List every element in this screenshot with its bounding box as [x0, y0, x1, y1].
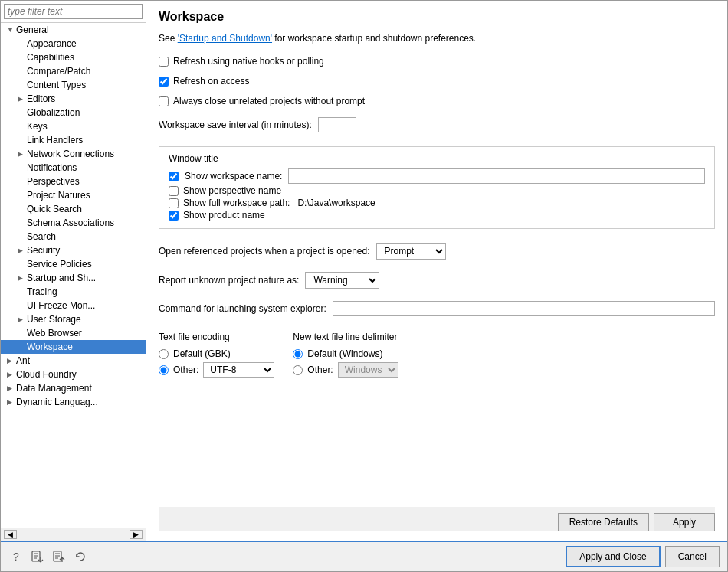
apply-close-button[interactable]: Apply and Close [566, 546, 660, 567]
import-icon[interactable] [51, 549, 67, 564]
save-interval-input[interactable]: 5 [318, 117, 356, 132]
refresh-native-label[interactable]: Refresh using native hooks or polling [173, 56, 324, 67]
sidebar-item-security[interactable]: ▶ Security [1, 244, 146, 257]
encoding-other-radio[interactable] [159, 365, 169, 375]
full-path-value: D:\Java\workspace [297, 198, 375, 208]
sidebar-scroll-right[interactable]: ▶ [130, 530, 143, 539]
footer-icons: ? [8, 549, 88, 564]
show-full-path-row: Show full workspace path: D:\Java\worksp… [169, 198, 705, 208]
restore-defaults-button[interactable]: Restore Defaults [558, 513, 649, 531]
show-product-name-checkbox[interactable] [169, 211, 179, 221]
sidebar-item-web-browser[interactable]: Web Browser [1, 326, 146, 340]
sidebar: ▼ General Appearance Capabilities Compar… [1, 1, 146, 541]
sidebar-item-schema-assoc[interactable]: Schema Associations [1, 216, 146, 230]
show-product-name-label[interactable]: Show product name [183, 210, 265, 221]
command-launch-row: Command for launching system explorer: e… [159, 301, 715, 316]
startup-shutdown-link[interactable]: 'Startup and Shutdown' [178, 33, 272, 44]
encoding-default-radio[interactable] [159, 349, 169, 359]
filter-input[interactable] [4, 4, 143, 19]
open-referenced-label: Open referenced projects when a project … [159, 246, 370, 257]
sidebar-item-perspectives[interactable]: Perspectives [1, 175, 146, 188]
show-workspace-name-row: Show workspace name: workspace [169, 168, 705, 184]
show-perspective-row: Show perspective name [169, 185, 705, 196]
sidebar-item-ui-freeze[interactable]: UI Freeze Mon... [1, 299, 146, 312]
sidebar-item-ant[interactable]: ▶ Ant [1, 354, 146, 368]
arrow-general: ▼ [7, 26, 15, 34]
newline-section-title: New text file line delimiter [293, 332, 398, 342]
sidebar-item-network[interactable]: ▶ Network Connections [1, 147, 146, 161]
sidebar-item-editors[interactable]: ▶ Editors [1, 92, 146, 106]
newline-default-label[interactable]: Default (Windows) [307, 348, 382, 359]
newline-other-row: Other: Windows Unix Mac [293, 362, 398, 378]
sidebar-item-keys[interactable]: Keys [1, 119, 146, 133]
window-title-section: Window title Show workspace name: worksp… [159, 146, 715, 229]
show-workspace-name-label[interactable]: Show workspace name: [185, 171, 282, 181]
refresh-access-checkbox[interactable] [159, 77, 169, 87]
newline-other-label[interactable]: Other: [307, 364, 333, 375]
encoding-newline-section: Text file encoding Default (GBK) Other: … [159, 332, 715, 378]
report-unknown-select[interactable]: Warning Error Ignore [305, 272, 379, 289]
sidebar-item-user-storage[interactable]: ▶ User Storage [1, 312, 146, 326]
refresh-access-row: Refresh on access [159, 76, 715, 87]
report-unknown-row: Report unknown project nature as: Warnin… [159, 272, 715, 289]
always-close-row: Always close unrelated projects without … [159, 96, 715, 106]
show-perspective-label[interactable]: Show perspective name [183, 185, 281, 196]
newline-other-radio[interactable] [293, 365, 303, 375]
open-referenced-select[interactable]: Prompt Never Always [376, 243, 446, 260]
filter-box [1, 1, 146, 23]
export-icon[interactable] [30, 549, 45, 564]
sidebar-item-workspace[interactable]: Workspace [1, 340, 146, 354]
encoding-other-label[interactable]: Other: [173, 364, 198, 375]
encoding-value-select[interactable]: UTF-8 UTF-16 ISO-8859-1 US-ASCII [203, 362, 274, 378]
footer-bar: ? [1, 541, 727, 571]
show-perspective-checkbox[interactable] [169, 186, 179, 196]
command-launch-input[interactable]: explorer /E,/select=${selected_resource_… [333, 301, 715, 316]
content-action-bar: Restore Defaults Apply [159, 507, 715, 531]
refresh-access-label[interactable]: Refresh on access [173, 76, 249, 87]
sidebar-item-capabilities[interactable]: Capabilities [1, 51, 146, 64]
sidebar-item-tracing[interactable]: Tracing [1, 285, 146, 299]
refresh-native-checkbox[interactable] [159, 57, 169, 67]
sidebar-item-quick-search[interactable]: Quick Search [1, 202, 146, 216]
sidebar-item-search[interactable]: Search [1, 230, 146, 244]
sidebar-scroll-left[interactable]: ◀ [4, 530, 17, 539]
window-title-section-label: Window title [169, 153, 705, 164]
sidebar-item-appearance[interactable]: Appearance [1, 37, 146, 51]
sidebar-item-startup[interactable]: ▶ Startup and Sh... [1, 271, 146, 285]
save-interval-label: Workspace save interval (in minutes): [159, 119, 312, 130]
sidebar-item-general[interactable]: ▼ General [1, 23, 146, 37]
newline-value-select[interactable]: Windows Unix Mac [338, 362, 398, 378]
show-full-path-checkbox[interactable] [169, 198, 179, 208]
encoding-default-row: Default (GBK) [159, 348, 274, 359]
apply-button[interactable]: Apply [654, 513, 715, 531]
sidebar-item-cloud-foundry[interactable]: ▶ Cloud Foundry [1, 368, 146, 381]
sidebar-item-compare[interactable]: Compare/Patch [1, 64, 146, 78]
sidebar-item-content-types[interactable]: Content Types [1, 78, 146, 92]
sidebar-item-notifications[interactable]: Notifications [1, 161, 146, 175]
encoding-section: Text file encoding Default (GBK) Other: … [159, 332, 274, 378]
main-panel: Workspace See 'Startup and Shutdown' for… [146, 1, 727, 541]
open-referenced-row: Open referenced projects when a project … [159, 243, 715, 260]
sidebar-item-dynamic-lang[interactable]: ▶ Dynamic Languag... [1, 395, 146, 409]
tree: ▼ General Appearance Capabilities Compar… [1, 23, 146, 528]
sidebar-item-link-handlers[interactable]: Link Handlers [1, 133, 146, 147]
encoding-section-title: Text file encoding [159, 332, 274, 342]
encoding-default-label[interactable]: Default (GBK) [173, 348, 231, 359]
refresh-icon[interactable] [73, 549, 88, 564]
sidebar-item-data-mgmt[interactable]: ▶ Data Management [1, 381, 146, 395]
help-icon[interactable]: ? [8, 549, 24, 564]
cancel-button[interactable]: Cancel [665, 546, 720, 567]
always-close-label[interactable]: Always close unrelated projects without … [173, 96, 365, 106]
newline-default-radio[interactable] [293, 349, 303, 359]
show-workspace-name-checkbox[interactable] [169, 172, 179, 181]
workspace-name-input[interactable]: workspace [288, 168, 705, 184]
sidebar-item-project-nature[interactable]: Project Natures [1, 188, 146, 202]
refresh-native-row: Refresh using native hooks or polling [159, 56, 715, 67]
sidebar-item-service-policies[interactable]: Service Policies [1, 257, 146, 271]
footer-buttons: Apply and Close Cancel [566, 546, 720, 567]
show-full-path-label[interactable]: Show full workspace path: [183, 198, 290, 208]
show-product-name-row: Show product name [169, 210, 705, 221]
sidebar-item-globalization[interactable]: Globalization [1, 106, 146, 119]
page-title: Workspace [159, 10, 715, 24]
always-close-checkbox[interactable] [159, 96, 169, 106]
